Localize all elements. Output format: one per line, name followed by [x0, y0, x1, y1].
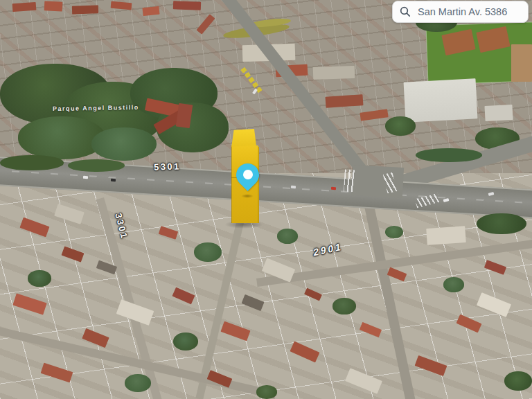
tree-canopy — [332, 298, 356, 314]
tree-canopy — [385, 116, 416, 136]
rooftop — [173, 1, 201, 10]
rooftop — [44, 1, 63, 11]
large-white-building — [404, 78, 478, 122]
tree-canopy — [277, 229, 298, 244]
white-roof — [426, 226, 466, 245]
dirt-patch — [511, 44, 532, 82]
rooftop — [313, 66, 355, 80]
crosswalk — [344, 170, 356, 193]
tree-row — [416, 148, 482, 162]
tree-canopy — [194, 242, 222, 262]
tree-row — [68, 159, 125, 172]
car — [111, 179, 116, 181]
pin-dot — [243, 170, 253, 179]
park-canopy — [91, 127, 157, 161]
search-input[interactable] — [416, 6, 521, 18]
tree-canopy — [443, 277, 464, 292]
car — [331, 187, 336, 190]
tree-canopy — [504, 371, 532, 391]
tree-canopy — [173, 332, 198, 351]
pin-shadow — [241, 194, 254, 198]
search-bar[interactable] — [392, 1, 529, 23]
location-pin[interactable] — [234, 162, 262, 198]
tree-canopy — [28, 270, 51, 287]
car — [83, 176, 88, 179]
tree-canopy — [477, 213, 526, 234]
building-top-face — [229, 129, 258, 148]
tree-canopy — [385, 226, 403, 238]
white-building — [484, 105, 513, 121]
rooftop — [72, 5, 98, 14]
tree-canopy — [256, 385, 277, 399]
map-canvas[interactable]: 5301 3301 2901 Parque Angel Bustillo — [0, 0, 532, 399]
rooftop — [12, 2, 37, 12]
park-canopy — [18, 116, 105, 159]
search-icon — [400, 6, 411, 17]
car — [291, 186, 296, 188]
rooftop — [142, 6, 159, 16]
intersection — [351, 165, 404, 198]
avenue-block-label: 5301 — [154, 161, 181, 172]
tree-canopy — [125, 374, 151, 392]
tree-row — [0, 155, 64, 170]
